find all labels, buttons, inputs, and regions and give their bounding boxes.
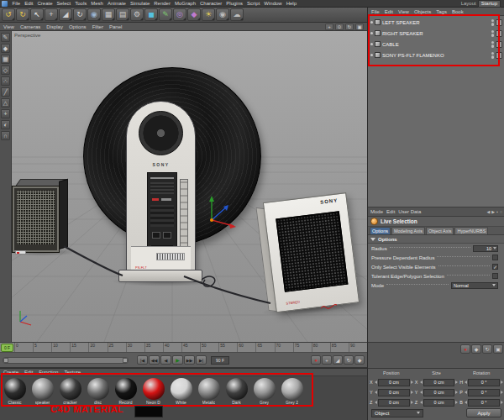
spinner-left-icon[interactable] bbox=[465, 401, 467, 404]
next-frame-button[interactable]: ▶▶ bbox=[184, 355, 195, 365]
search-icon[interactable]: ○ bbox=[500, 209, 502, 214]
material-menu-item[interactable]: Create bbox=[3, 370, 18, 375]
menu-item[interactable]: Edit bbox=[23, 0, 35, 7]
toggle-view-icon[interactable]: ▣ bbox=[355, 24, 364, 30]
rotation-field[interactable]: H0 ° bbox=[459, 377, 503, 387]
object-row[interactable]: CABLE bbox=[368, 39, 504, 50]
range-handle-left[interactable] bbox=[3, 358, 8, 363]
texture-mode-icon[interactable]: ▦ bbox=[1, 55, 10, 64]
material-menu-item[interactable]: Edit bbox=[24, 370, 33, 375]
object-manager-menu-item[interactable]: Edit bbox=[385, 9, 393, 14]
menu-item[interactable]: Help bbox=[284, 0, 298, 7]
spinner-right-icon[interactable] bbox=[411, 401, 413, 404]
attribute-tab[interactable]: Object Axis bbox=[426, 227, 454, 234]
object-row[interactable]: SONY PS-FL7 FLAMENKO bbox=[368, 50, 504, 60]
position-field[interactable]: Y0 cm bbox=[370, 387, 413, 397]
menu-item[interactable]: Select bbox=[55, 0, 73, 7]
material-menu-item[interactable]: Texture bbox=[64, 370, 81, 375]
make-editable-icon[interactable]: ✎ bbox=[1, 33, 10, 42]
viewport-3d[interactable]: SONY STEREO SONY PS-FL7 bbox=[12, 31, 367, 342]
material-thumbnail[interactable]: Classic bbox=[2, 378, 28, 405]
prev-key-button[interactable]: ◀◀ bbox=[149, 355, 160, 365]
spinner-left-icon[interactable] bbox=[420, 401, 423, 404]
object-row[interactable]: RIGHT SPEAKER bbox=[368, 28, 504, 39]
timeline-range-slider[interactable] bbox=[3, 357, 129, 364]
visibility-toggle-icons[interactable] bbox=[491, 19, 495, 26]
visibility-toggle-icons[interactable] bbox=[491, 30, 495, 37]
spinner-right-icon[interactable] bbox=[411, 391, 413, 394]
attribute-tab[interactable]: Options bbox=[370, 227, 391, 234]
checkbox[interactable] bbox=[492, 255, 498, 260]
record-scale-icon[interactable]: ◢ bbox=[333, 355, 343, 365]
collapse-triangle-icon[interactable] bbox=[370, 238, 375, 241]
end-frame-field[interactable]: 90 F bbox=[211, 356, 229, 365]
play-button[interactable]: ▶ bbox=[172, 355, 183, 365]
size-field[interactable]: Y0 cm bbox=[415, 387, 459, 397]
menu-item[interactable]: Simulate bbox=[128, 0, 151, 7]
size-field[interactable]: Z0 cm bbox=[415, 397, 459, 407]
attribute-tab[interactable]: Modeling Axis bbox=[391, 227, 425, 234]
undo-icon[interactable]: ↺ bbox=[2, 8, 15, 21]
viewport-menu-item[interactable]: Panel bbox=[109, 24, 122, 29]
material-thumbnail[interactable]: Record bbox=[113, 378, 139, 405]
viewport-menu-item[interactable]: Cameras bbox=[20, 24, 40, 29]
spinner-right-icon[interactable] bbox=[501, 381, 503, 384]
lock-icon[interactable]: ▪ bbox=[496, 209, 498, 214]
move-tool-icon[interactable]: + bbox=[45, 8, 58, 21]
object-manager-menu-item[interactable]: File bbox=[371, 9, 380, 14]
spinner-left-icon[interactable] bbox=[375, 381, 377, 384]
menu-item[interactable]: Tools bbox=[73, 0, 89, 7]
spinner-right-icon[interactable] bbox=[455, 391, 458, 394]
object-manager-menu-item[interactable]: Book bbox=[452, 9, 464, 14]
spinner-left-icon[interactable] bbox=[465, 391, 467, 394]
record-rotation-icon[interactable]: ↻ bbox=[344, 355, 354, 365]
material-thumbnail[interactable]: Grey bbox=[251, 378, 277, 405]
nav-forward-icon[interactable]: ▶ bbox=[491, 209, 495, 214]
object-tag-icon[interactable] bbox=[496, 19, 502, 26]
material-menu-item[interactable]: Function bbox=[39, 370, 58, 375]
material-thumbnail[interactable]: cracker bbox=[57, 378, 83, 405]
material-thumbnail[interactable]: speaker bbox=[29, 378, 55, 405]
object-manager-menu-item[interactable]: View bbox=[398, 9, 409, 14]
rotate-tool-icon[interactable]: ↻ bbox=[73, 8, 87, 21]
record-position-icon[interactable]: + bbox=[322, 355, 332, 365]
scale-tool-icon[interactable]: ◢ bbox=[59, 8, 72, 21]
viewport-menu-item[interactable]: Display bbox=[46, 24, 63, 29]
spinner-left-icon[interactable] bbox=[420, 391, 423, 394]
position-field[interactable]: Z0 cm bbox=[370, 397, 413, 407]
attribute-menu-item[interactable]: Edit bbox=[386, 209, 395, 214]
live-selection-icon[interactable]: ↖ bbox=[30, 8, 44, 21]
add-spline-icon[interactable]: ✎ bbox=[159, 8, 172, 21]
attribute-menu-item[interactable]: User Data bbox=[398, 209, 421, 214]
spinner-right-icon[interactable] bbox=[501, 391, 503, 394]
size-field[interactable]: X0 cm bbox=[415, 377, 459, 387]
snapshot-icon[interactable]: ▣ bbox=[493, 344, 503, 354]
model-mode-icon[interactable]: ◆ bbox=[1, 44, 10, 53]
checkbox[interactable] bbox=[492, 273, 498, 279]
object-row[interactable]: LEFT SPEAKER bbox=[368, 17, 504, 28]
enable-axis-icon[interactable]: + bbox=[1, 109, 10, 118]
material-thumbnail[interactable]: disc bbox=[85, 378, 111, 405]
add-generator-icon[interactable]: ◎ bbox=[173, 8, 186, 21]
spinner-left-icon[interactable] bbox=[420, 381, 423, 384]
material-thumbnail[interactable]: Grey 2 bbox=[279, 378, 305, 405]
spinner-left-icon[interactable] bbox=[375, 401, 377, 404]
record-parameter-icon[interactable]: ◆ bbox=[354, 355, 365, 365]
points-mode-icon[interactable]: ∴ bbox=[1, 76, 10, 86]
rotation-field[interactable]: P0 ° bbox=[459, 387, 503, 397]
layout-select[interactable]: Startup bbox=[478, 0, 501, 8]
render-view-icon[interactable]: ▦ bbox=[102, 8, 115, 21]
add-camera-icon[interactable]: ◉ bbox=[216, 8, 229, 21]
position-field[interactable]: X0 cm bbox=[370, 377, 413, 387]
checkbox[interactable]: ✓ bbox=[492, 264, 498, 270]
zoom-view-icon[interactable]: ⊙ bbox=[335, 24, 344, 30]
menu-item[interactable]: Mesh bbox=[89, 0, 106, 7]
refresh-icon[interactable]: ↻ bbox=[482, 344, 492, 354]
object-manager-menu-item[interactable]: Tags bbox=[436, 9, 447, 14]
snap-icon[interactable]: ∩ bbox=[1, 131, 10, 140]
add-environment-icon[interactable]: ☁ bbox=[230, 8, 244, 21]
radius-input[interactable]: 10 bbox=[473, 245, 498, 252]
object-tag-icon[interactable] bbox=[496, 30, 502, 37]
mode-select[interactable]: Normal bbox=[451, 282, 498, 289]
menu-item[interactable]: Window bbox=[262, 0, 284, 7]
